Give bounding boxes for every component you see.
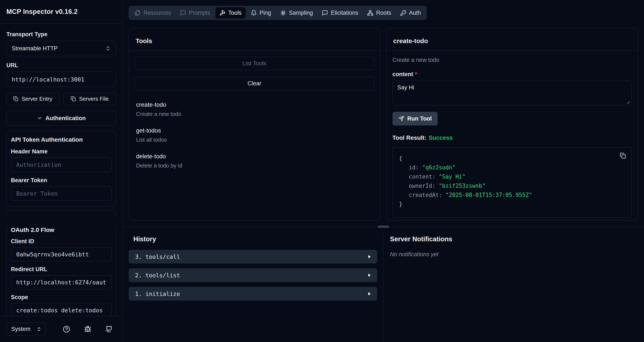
content-textarea-wrap: Say Hi <box>392 81 632 106</box>
theme-select[interactable]: System <box>6 322 46 336</box>
json-key: id: <box>409 164 419 171</box>
oauth-flow-card: OAuth 2.0 Flow Client ID Redirect URL Sc… <box>6 227 116 316</box>
servers-file-button[interactable]: Servers File <box>64 93 116 105</box>
run-pane-title: create-todo <box>386 28 638 51</box>
tools-pane-body: List Tools Clear create-todo Create a ne… <box>129 51 380 220</box>
client-id-input[interactable] <box>11 247 112 261</box>
tool-result-label: Tool Result: <box>392 134 426 141</box>
tab-elicitations[interactable]: Elicitations <box>318 7 362 19</box>
tab-ping[interactable]: Ping <box>247 7 275 19</box>
report-bug-button[interactable] <box>84 325 91 333</box>
copy-icon <box>620 152 626 159</box>
json-value: "2025-08-01T15:37:05.955Z" <box>446 192 532 198</box>
send-icon <box>398 116 404 121</box>
header-name-label: Header Name <box>11 148 112 155</box>
copy-result-button[interactable] <box>620 152 626 159</box>
run-tool-label: Run Tool <box>408 115 432 122</box>
tool-result-line: Tool Result:Success <box>392 134 632 141</box>
tool-item-delete-todo[interactable]: delete-todo Delete a todo by id <box>136 153 373 169</box>
authentication-toggle-label: Authentication <box>46 115 86 122</box>
scope-input[interactable] <box>11 303 112 316</box>
footer-icon-buttons <box>63 325 113 333</box>
tab-resources[interactable]: Resources <box>131 7 175 19</box>
tab-roots[interactable]: Roots <box>363 7 395 19</box>
hash-icon <box>280 10 286 16</box>
tool-name: delete-todo <box>136 153 373 160</box>
run-pane-body: Create a new todo content* Say Hi Run To… <box>386 51 638 220</box>
servers-file-label: Servers File <box>79 96 108 102</box>
json-entry: ownerId: "bzif253zswnb" <box>399 181 625 191</box>
expand-arrow-icon <box>367 273 372 278</box>
server-config-buttons: Server Entry Servers File <box>6 93 116 105</box>
tool-list: create-todo Create a new todo get-todos … <box>135 101 374 169</box>
json-value: "q6z2sodn" <box>422 164 456 171</box>
history-row-tools-list[interactable]: 2. tools/list <box>129 268 377 282</box>
github-button[interactable] <box>106 325 113 333</box>
server-notifications-title: Server Notifications <box>390 235 644 243</box>
help-button[interactable] <box>63 325 70 333</box>
expand-arrow-icon <box>367 291 372 296</box>
history-list: 3. tools/call 2. tools/list 1. initializ… <box>129 250 377 301</box>
url-input[interactable] <box>6 72 116 87</box>
bearer-token-input[interactable] <box>11 186 112 201</box>
history-row-label: 1. initialize <box>135 291 180 297</box>
sidebar-footer: System <box>0 316 122 342</box>
theme-select-value: System <box>11 326 30 332</box>
resize-handle-icon[interactable] <box>626 100 630 104</box>
tab-label: Resources <box>144 10 171 16</box>
message-square-icon <box>180 10 186 16</box>
top-panes: Tools List Tools Clear create-todo Creat… <box>123 20 644 221</box>
tool-description: Create a new todo <box>136 111 373 117</box>
server-notifications-pane: Server Notifications No notifications ye… <box>383 233 644 342</box>
json-value: "bzif253zswnb" <box>439 183 485 189</box>
content-textarea[interactable]: Say Hi <box>392 81 632 105</box>
history-row-label: 3. tools/call <box>135 253 180 260</box>
tools-list-pane: Tools List Tools Clear create-todo Creat… <box>129 28 380 221</box>
tab-label: Sampling <box>289 10 313 16</box>
tab-label: Roots <box>376 10 391 16</box>
sidebar-scroll-area[interactable]: Transport Type Streamable HTTP URL Serve… <box>0 24 122 316</box>
tool-item-get-todos[interactable]: get-todos List all todos <box>136 127 373 143</box>
json-close-brace: } <box>399 200 625 209</box>
tab-tools[interactable]: Tools <box>216 7 246 19</box>
json-entry: id: "q6z2sodn" <box>399 163 625 172</box>
json-key: createdAt: <box>409 192 442 198</box>
history-row-tools-call[interactable]: 3. tools/call <box>129 250 377 263</box>
authentication-toggle[interactable]: Authentication <box>6 111 116 125</box>
json-key: content: <box>409 174 436 180</box>
redirect-url-label: Redirect URL <box>11 266 112 273</box>
server-entry-button[interactable]: Server Entry <box>6 93 59 105</box>
bug-icon <box>84 325 91 333</box>
tool-result-status: Success <box>428 134 453 141</box>
transport-type-select[interactable]: Streamable HTTP <box>6 41 116 56</box>
tab-sampling[interactable]: Sampling <box>276 7 317 19</box>
json-entry: createdAt: "2025-08-01T15:37:05.955Z" <box>399 191 625 200</box>
tools-pane-title: Tools <box>129 28 380 51</box>
sidebar: MCP Inspector v0.16.2 Transport Type Str… <box>0 0 123 342</box>
horizontal-split <box>123 221 644 233</box>
hammer-icon <box>219 10 226 16</box>
history-row-initialize[interactable]: 1. initialize <box>129 287 377 301</box>
tab-prompts[interactable]: Prompts <box>176 7 214 19</box>
tab-label: Elicitations <box>331 10 358 16</box>
redirect-url-input[interactable] <box>11 275 112 289</box>
no-notifications-text: No notifications yet <box>390 251 644 258</box>
tab-label: Tools <box>228 10 242 16</box>
split-drag-handle[interactable] <box>378 226 389 228</box>
server-entry-label: Server Entry <box>22 96 52 102</box>
run-tool-button[interactable]: Run Tool <box>392 112 438 125</box>
clear-tools-button[interactable]: Clear <box>135 77 374 90</box>
next-card-fragment <box>6 210 116 216</box>
files-icon <box>134 10 141 16</box>
required-marker: * <box>415 71 417 77</box>
oauth-flow-title: OAuth 2.0 Flow <box>11 227 112 233</box>
bottom-panes: History 3. tools/call 2. tools/list 1. i… <box>123 233 644 342</box>
tab-label: Auth <box>409 10 421 16</box>
tab-auth[interactable]: Auth <box>396 7 425 19</box>
tabbar-wrap: Resources Prompts Tools Ping Sampling El… <box>123 0 644 20</box>
tab-label: Ping <box>260 10 271 16</box>
header-name-input[interactable] <box>11 157 112 172</box>
tool-item-create-todo[interactable]: create-todo Create a new todo <box>136 101 373 117</box>
copy-icon <box>71 96 76 101</box>
list-tools-button[interactable]: List Tools <box>135 57 374 70</box>
